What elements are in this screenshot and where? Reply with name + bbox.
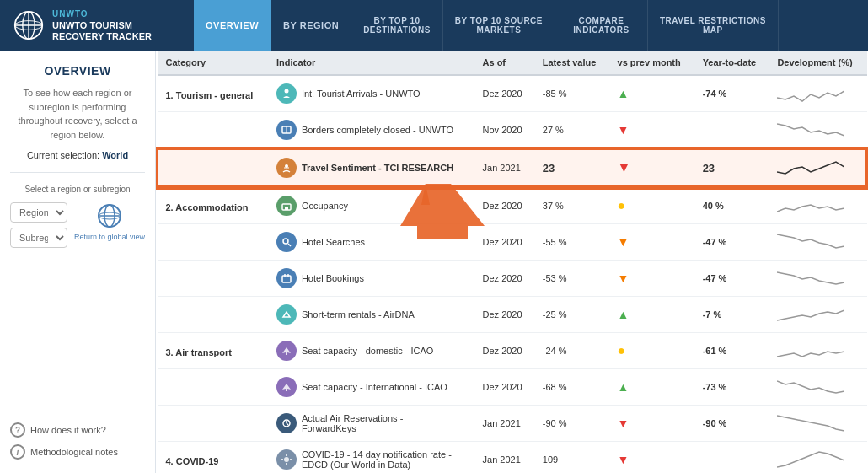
ytd-cell: -47 %: [694, 224, 769, 261]
tab-travel-restrictions[interactable]: TRAVEL RESTRICTIONSMAP: [648, 0, 779, 51]
indicator-cell: Int. Tourist Arrivals - UNWTO: [268, 75, 474, 112]
as-of-cell: Nov 2020: [474, 112, 534, 149]
indicator-icon-borders: [276, 120, 297, 140]
tab-by-region[interactable]: BY REGION: [271, 0, 351, 51]
how-does-it-work-link[interactable]: ? How does it work?: [10, 422, 145, 438]
indicator-name: Hotel Searches: [302, 237, 365, 247]
indicator-name: Borders completely closed - UNWTO: [302, 125, 453, 135]
ytd-cell: -73 %: [694, 369, 769, 406]
indicator-icon-forwardkeys: [276, 413, 297, 433]
header: UNWTO UNWTO TOURISM RECOVERY TRACKER OVE…: [0, 0, 868, 51]
as-of-cell: Dez 2020: [474, 369, 534, 406]
tab-compare-indicators[interactable]: COMPAREINDICATORS: [555, 0, 648, 51]
sparkline-chart: [777, 411, 844, 434]
latest-value-cell: -53 %: [534, 261, 609, 297]
vs-prev-cell: ▼: [609, 261, 694, 297]
indicator-name-highlighted: Travel Sentiment - TCI RESEARCH: [302, 163, 453, 173]
dot-yellow-icon: ●: [618, 198, 626, 212]
category-cell-empty: [158, 369, 268, 406]
vs-prev-cell: ▲: [609, 75, 694, 112]
tab-by-top10-markets[interactable]: BY TOP 10 SOURCEMARKETS: [443, 0, 555, 51]
sparkline-cell: [769, 333, 866, 369]
sparkline-highlighted: [769, 149, 866, 187]
sparkline-chart-highlighted: [777, 155, 844, 179]
col-development: Development (%): [769, 51, 866, 75]
return-global-button[interactable]: Return to global view: [74, 202, 145, 241]
latest-value-cell: -25 %: [534, 297, 609, 333]
col-latest-value: Latest value: [534, 51, 609, 75]
globe-icon: [96, 202, 123, 229]
table-row: Short-term rentals - AirDNA Dez 2020 -25…: [158, 297, 867, 333]
tab-by-top10-dest[interactable]: BY TOP 10DESTINATIONS: [351, 0, 443, 51]
vs-prev-cell: ●: [609, 333, 694, 369]
sparkline-chart: [777, 374, 844, 398]
indicator-icon-hotel-searches: [276, 232, 297, 252]
ytd-cell: [694, 442, 769, 474]
data-table: Category Indicator As of Latest value vs…: [156, 51, 868, 473]
svg-line-17: [288, 244, 291, 246]
how-does-it-work-label: How does it work?: [30, 425, 106, 435]
sidebar: OVERVIEW To see how each region or subre…: [0, 51, 156, 473]
indicator-name: Seat capacity - International - ICAO: [302, 382, 447, 392]
sidebar-current-selection: Current selection: World: [10, 150, 145, 160]
indicator-cell: COVID-19 - 14 day notification rate -EDC…: [268, 442, 474, 474]
as-of-cell: Dez 2020: [474, 224, 534, 261]
sidebar-footer: ? How does it work? i Methodological not…: [10, 422, 145, 460]
vs-prev-cell: ▼: [609, 224, 694, 261]
category-cell-empty: [158, 261, 268, 297]
as-of-cell: Jan 2021: [474, 442, 534, 474]
sparkline-cell: [769, 442, 866, 474]
as-of-cell: Dez 2020: [474, 187, 534, 224]
methodological-notes-link[interactable]: i Methodological notes: [10, 444, 145, 460]
latest-value-cell: -90 %: [534, 406, 609, 442]
indicator-name: COVID-19 - 14 day notification rate -EDC…: [302, 449, 452, 470]
col-vs-prev-month: vs prev month: [609, 51, 694, 75]
subregion-select[interactable]: Subregion: [10, 228, 67, 248]
ytd-cell: -74 %: [694, 75, 769, 112]
vs-prev-cell: ●: [609, 187, 694, 224]
sidebar-divider: [10, 172, 145, 173]
latest-value-highlighted: 23: [534, 149, 609, 187]
sparkline-chart: [777, 266, 844, 289]
sparkline-chart: [777, 338, 844, 362]
indicator-icon-airdna: [276, 304, 297, 325]
tab-overview[interactable]: OVERVIEW: [194, 0, 271, 51]
table-row: Hotel Bookings Dez 2020 -53 % ▼ -47 %: [158, 261, 867, 297]
content-area: Category Indicator As of Latest value vs…: [156, 51, 868, 473]
sidebar-description: To see how each region or subregion is p…: [10, 86, 145, 142]
info-icon: i: [10, 444, 25, 460]
sidebar-dropdowns: Region Subregion: [10, 202, 67, 248]
latest-value-cell: -68 %: [534, 369, 609, 406]
category-cell-empty: [158, 297, 268, 333]
as-of-cell: Dez 2020: [474, 261, 534, 297]
category-cell-empty: [158, 406, 268, 442]
vs-prev-cell: ▲: [609, 369, 694, 406]
sparkline-cell: [769, 406, 866, 442]
region-select[interactable]: Region: [10, 202, 67, 223]
col-category: Category: [158, 51, 268, 75]
ytd-highlighted: 23: [694, 149, 769, 187]
dot-yellow-icon: ●: [618, 343, 626, 357]
arrow-down-red-icon: ▼: [618, 160, 631, 175]
category-covid: 4. COVID-19: [158, 442, 268, 474]
category-accommodation: 2. Accommodation: [158, 187, 268, 224]
category-air-transport: 3. Air transport: [158, 333, 268, 369]
arrow-up-icon: ▲: [618, 87, 630, 100]
sparkline-chart: [777, 447, 844, 470]
ytd-cell: 40 %: [694, 187, 769, 224]
indicator-cell: Borders completely closed - UNWTO: [268, 112, 474, 149]
indicator-name: Int. Tourist Arrivals - UNWTO: [302, 89, 421, 99]
sparkline-cell: [769, 297, 866, 333]
arrow-down-icon: ▼: [618, 417, 630, 430]
sidebar-title: OVERVIEW: [10, 64, 145, 78]
return-global-label: Return to global view: [74, 233, 145, 241]
indicator-cell: Seat capacity - International - ICAO: [268, 369, 474, 406]
sparkline-cell: [769, 224, 866, 261]
latest-value-cell: -55 %: [534, 224, 609, 261]
table-row: 2. Accommodation Occupancy Dez 2020 37 %: [158, 187, 867, 224]
indicator-name: Actual Air Reservations -ForwardKeys: [302, 413, 403, 433]
sparkline-cell: [769, 75, 866, 112]
sidebar-select-label: Select a region or subregion: [10, 185, 145, 194]
indicator-cell-highlighted: Travel Sentiment - TCI RESEARCH: [268, 149, 474, 187]
table-row: Hotel Searches Dez 2020 -55 % ▼ -47 %: [158, 224, 867, 261]
